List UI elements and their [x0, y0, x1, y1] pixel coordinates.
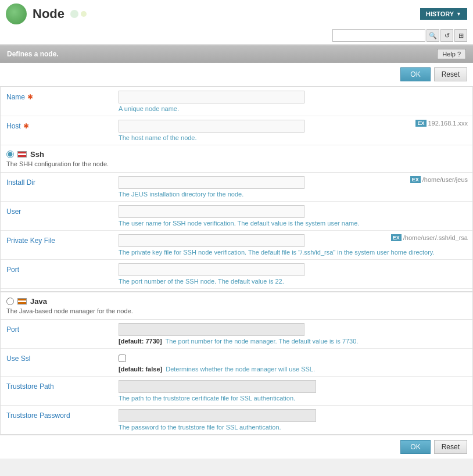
truststore-password-hint: The password to the truststore file for … — [119, 424, 468, 431]
use-ssl-row: Use Ssl [default: false] Determines whet… — [1, 349, 472, 377]
refresh-icon[interactable]: ↺ — [440, 29, 453, 42]
ok-button-bottom[interactable]: OK — [400, 440, 430, 454]
reset-button-bottom[interactable]: Reset — [434, 440, 467, 454]
ssh-port-input[interactable] — [119, 263, 304, 276]
use-ssl-checkbox[interactable] — [119, 355, 126, 362]
use-ssl-field: [default: false] Determines whether the … — [114, 349, 472, 376]
private-key-input[interactable] — [119, 234, 304, 247]
page-title: Node — [33, 6, 64, 22]
use-ssl-label: Use Ssl — [1, 349, 114, 376]
install-dir-row: Install Dir EX /home/user/jeus The JEUS … — [1, 173, 472, 202]
truststore-password-field: The password to the truststore file for … — [114, 406, 472, 434]
ssh-section-title: Ssh — [30, 150, 44, 159]
form-container: Name ✱ A unique node name. Host ✱ EX 192… — [0, 87, 473, 435]
install-dir-field: EX /home/user/jeus The JEUS installation… — [114, 173, 472, 201]
search-bar: 🔍 ↺ ⊞ — [0, 27, 473, 45]
truststore-path-hint: The path to the truststore certificate f… — [119, 395, 468, 402]
name-field: A unique node name. — [114, 87, 472, 116]
install-dir-example: EX /home/user/jeus — [410, 176, 468, 183]
use-ssl-hint-row: [default: false] Determines whether the … — [119, 366, 468, 373]
node-icon — [6, 3, 27, 24]
ssh-port-hint: The port number of the SSH node. The def… — [119, 278, 468, 285]
name-label: Name ✱ — [1, 87, 114, 116]
java-port-label: Port — [1, 320, 114, 348]
host-required-star: ✱ — [23, 122, 29, 130]
install-dir-label: Install Dir — [1, 173, 114, 201]
user-row: User The user name for SSH node verifica… — [1, 202, 472, 231]
name-required-star: ✱ — [27, 93, 33, 101]
host-row: Host ✱ EX 192.168.1.xxx The host name of… — [1, 116, 472, 145]
java-port-input[interactable] — [119, 323, 304, 336]
java-flag-icon — [17, 298, 27, 305]
java-section-title: Java — [30, 297, 47, 306]
ssh-section-icon — [17, 151, 27, 158]
truststore-password-label: Truststore Password — [1, 406, 114, 434]
history-button[interactable]: HISTORY ▼ — [420, 8, 467, 20]
ssh-radio[interactable] — [6, 151, 14, 158]
java-radio[interactable] — [6, 298, 14, 305]
truststore-path-field: The path to the truststore certificate f… — [114, 377, 472, 405]
private-key-label: Private Key File — [1, 231, 114, 259]
ssh-port-row: Port The port number of the SSH node. Th… — [1, 260, 472, 289]
host-input[interactable] — [119, 120, 304, 133]
search-icon[interactable]: 🔍 — [427, 29, 439, 42]
private-key-field: EX /home/user/.ssh/id_rsa The private ke… — [114, 231, 472, 259]
java-section-desc: The Java-based node manager for the node… — [6, 307, 467, 314]
private-key-row: Private Key File EX /home/user/.ssh/id_r… — [1, 231, 472, 260]
ssh-flag-icon — [17, 151, 27, 158]
truststore-path-row: Truststore Path The path to the truststo… — [1, 377, 472, 406]
user-input[interactable] — [119, 205, 304, 218]
host-example: EX 192.168.1.xxx — [415, 120, 468, 127]
truststore-password-input[interactable] — [119, 409, 316, 422]
name-input[interactable] — [119, 91, 304, 103]
java-port-hint-row: [default: 7730] The port number for the … — [119, 338, 468, 345]
bottom-action-bar: OK Reset — [0, 435, 473, 459]
truststore-path-input[interactable] — [119, 380, 316, 393]
user-label: User — [1, 202, 114, 230]
search-input[interactable] — [332, 29, 425, 42]
java-section-icon — [17, 298, 27, 305]
java-port-row: Port [default: 7730] The port number for… — [1, 320, 472, 349]
ssh-section-header: Ssh The SHH configuration for the node. — [1, 145, 472, 173]
private-key-hint: The private key file for SSH node verifi… — [119, 249, 468, 256]
reset-button-top[interactable]: Reset — [434, 67, 467, 81]
host-field: EX 192.168.1.xxx The host name of the no… — [114, 116, 472, 145]
name-row: Name ✱ A unique node name. — [1, 87, 472, 116]
ssh-port-field: The port number of the SSH node. The def… — [114, 260, 472, 288]
ssh-section-desc: The SHH configuration for the node. — [6, 160, 467, 167]
description-text: Defines a node. — [7, 50, 59, 58]
top-action-bar: OK Reset — [0, 63, 473, 87]
ok-button-top[interactable]: OK — [400, 67, 430, 81]
ssh-port-label: Port — [1, 260, 114, 288]
host-hint: The host name of the node. — [119, 134, 468, 141]
truststore-password-row: Truststore Password The password to the … — [1, 406, 472, 434]
user-field: The user name for SSH node verification.… — [114, 202, 472, 230]
user-hint: The user name for SSH node verification.… — [119, 220, 468, 227]
java-port-field: [default: 7730] The port number for the … — [114, 320, 472, 348]
private-key-example: EX /home/user/.ssh/id_rsa — [391, 234, 468, 241]
help-button[interactable]: Help ? — [437, 49, 466, 59]
description-bar: Defines a node. Help ? — [0, 45, 473, 63]
host-label: Host ✱ — [1, 116, 114, 145]
install-dir-hint: The JEUS installation directory for the … — [119, 191, 468, 198]
truststore-path-label: Truststore Path — [1, 377, 114, 405]
install-dir-input[interactable] — [119, 176, 304, 189]
java-section-header: Java The Java-based node manager for the… — [1, 291, 472, 320]
name-hint: A unique node name. — [119, 105, 468, 112]
export-icon[interactable]: ⊞ — [454, 29, 467, 42]
decorative-dots — [70, 10, 87, 18]
chevron-down-icon: ▼ — [456, 11, 461, 17]
